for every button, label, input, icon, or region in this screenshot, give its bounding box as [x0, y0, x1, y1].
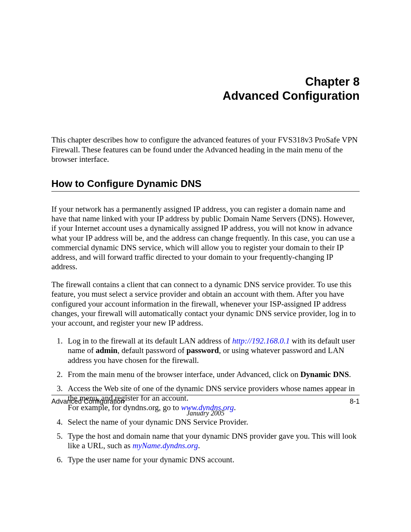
link-lan-address[interactable]: http://192.168.0.1	[232, 336, 290, 345]
footer-row: Advanced Configuration 8-1	[51, 398, 360, 406]
step-6: Type the user name for your dynamic DNS …	[65, 455, 360, 465]
step-2: From the main menu of the browser interf…	[65, 370, 360, 379]
chapter-line1: Chapter 8	[305, 75, 360, 88]
step1-mid2: , default password of	[118, 346, 186, 355]
step2-pre: From the main menu of the browser interf…	[68, 370, 300, 379]
footer-left: Advanced Configuration	[51, 398, 124, 406]
footer-date: January 2005	[51, 409, 360, 417]
step-4: Select the name of your dynamic DNS Serv…	[65, 417, 360, 427]
step5-post: .	[198, 441, 200, 450]
page: Chapter 8 Advanced Configuration This ch…	[51, 0, 360, 532]
chapter-title: Chapter 8 Advanced Configuration	[51, 75, 360, 103]
step2-post: .	[349, 370, 351, 379]
footer-rule	[51, 395, 360, 395]
step1-b1: admin	[96, 346, 117, 355]
step5-pre: Type the host and domain name that your …	[68, 431, 357, 450]
chapter-line2: Advanced Configuration	[223, 89, 360, 102]
step2-b: Dynamic DNS	[300, 370, 349, 379]
link-myname[interactable]: myName.dyndns.org	[132, 441, 198, 450]
intro-paragraph: This chapter describes how to configure …	[51, 135, 360, 164]
section-heading: How to Configure Dynamic DNS	[51, 178, 360, 192]
section-p1: If your network has a permanently assign…	[51, 204, 360, 272]
step1-b2: password	[186, 346, 219, 355]
section-p2: The firewall contains a client that can …	[51, 280, 360, 328]
step-1: Log in to the firewall at its default LA…	[65, 336, 360, 365]
footer-right: 8-1	[350, 398, 360, 406]
step-5: Type the host and domain name that your …	[65, 431, 360, 451]
step1-pre: Log in to the firewall at its default LA…	[68, 336, 232, 345]
